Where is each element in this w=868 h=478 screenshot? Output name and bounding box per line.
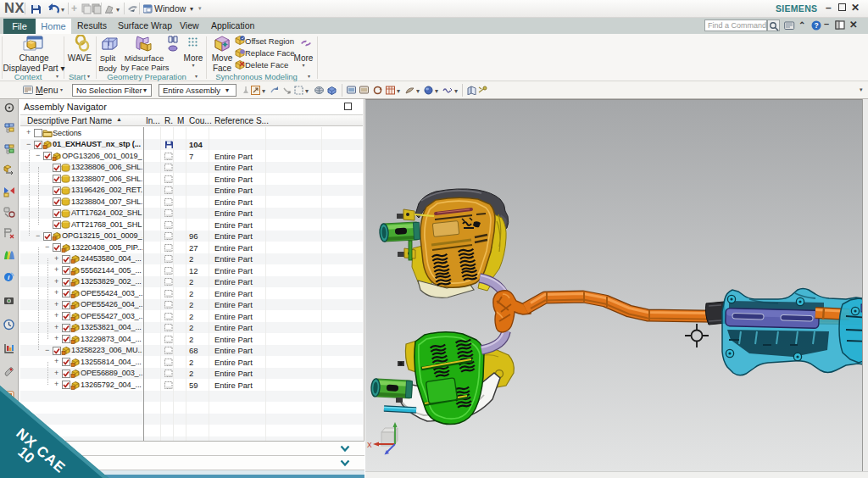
- svg-text:X: X: [367, 441, 372, 449]
- svg-text:?: ?: [814, 21, 818, 30]
- svg-text:▾: ▾: [435, 87, 438, 95]
- svg-text:▾: ▾: [305, 87, 309, 95]
- svg-text:▾: ▾: [397, 87, 400, 95]
- svg-text:▾: ▾: [454, 87, 458, 95]
- svg-text:▾: ▾: [262, 87, 265, 95]
- svg-text:▾: ▾: [416, 87, 420, 95]
